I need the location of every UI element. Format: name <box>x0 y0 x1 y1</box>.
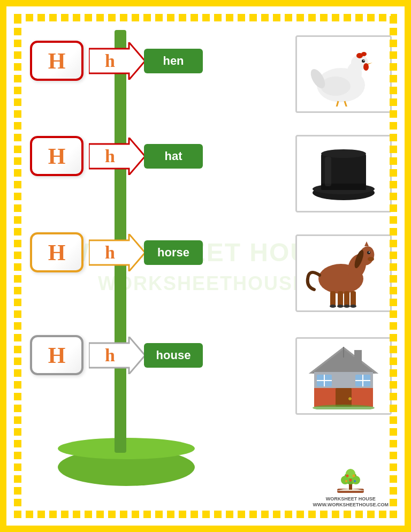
image-box-hat <box>295 135 392 212</box>
word-label-horse: horse <box>144 240 203 265</box>
svg-marker-45 <box>89 337 145 374</box>
svg-text:h: h <box>105 146 115 166</box>
svg-rect-61 <box>354 350 362 363</box>
capital-letter-horse: H <box>48 240 66 265</box>
svg-marker-27 <box>89 234 145 271</box>
svg-point-10 <box>362 59 365 63</box>
svg-point-33 <box>367 251 370 254</box>
svg-point-43 <box>344 305 350 308</box>
svg-rect-39 <box>344 291 349 306</box>
svg-point-26 <box>321 149 366 158</box>
svg-point-71 <box>353 474 355 477</box>
row-hen: H h hen <box>30 41 203 81</box>
logo-name-text: WORKSHEET HOUSE <box>326 496 376 501</box>
svg-point-34 <box>369 252 370 253</box>
arrow-hat: h <box>89 138 145 175</box>
image-box-horse <box>295 234 392 312</box>
svg-text:h: h <box>105 345 115 365</box>
svg-line-14 <box>345 101 348 107</box>
svg-rect-40 <box>351 291 356 306</box>
logo-brand-name: WORKSHEET HOUSE WWW.WORKSHEETHOUSE.COM <box>313 496 389 508</box>
svg-rect-25 <box>325 157 331 186</box>
svg-point-70 <box>346 474 349 477</box>
svg-text:h: h <box>105 242 115 262</box>
capital-letter-hat: H <box>48 143 66 169</box>
row-horse: H h horse <box>30 232 203 272</box>
word-label-house: house <box>144 343 203 368</box>
capital-h-card-hen: H <box>30 41 83 81</box>
logo-url-text: WWW.WORKSHEETHOUSE.COM <box>313 502 389 507</box>
capital-h-card-horse: H <box>30 232 83 272</box>
svg-point-3 <box>321 77 351 96</box>
page-content: WORKSHEET HOUSE WORKSHEETHOUSE. H h hen <box>14 14 397 518</box>
svg-marker-8 <box>368 63 372 65</box>
arrow-hen: h <box>89 42 145 80</box>
word-label-hen: hen <box>144 49 203 73</box>
svg-point-11 <box>363 60 364 61</box>
svg-point-72 <box>349 478 352 481</box>
horse-image <box>297 236 390 310</box>
svg-point-9 <box>363 63 369 71</box>
svg-rect-38 <box>338 291 343 306</box>
word-text-hen: hen <box>163 54 184 68</box>
svg-marker-0 <box>89 42 145 80</box>
hen-image <box>297 37 390 111</box>
row-hat: H h hat <box>30 136 203 176</box>
capital-letter-house: H <box>48 343 66 368</box>
word-text-horse: horse <box>157 246 189 260</box>
hat-image <box>297 136 390 211</box>
svg-point-32 <box>368 257 374 261</box>
svg-point-41 <box>330 305 336 308</box>
row-house: H h house <box>30 335 203 375</box>
svg-point-73 <box>345 480 347 482</box>
arrow-house: h <box>89 337 145 374</box>
svg-text:h: h <box>105 51 115 71</box>
word-label-hat: hat <box>144 144 203 169</box>
svg-marker-19 <box>89 138 145 175</box>
capital-letter-hen: H <box>48 48 66 74</box>
svg-rect-37 <box>330 291 336 306</box>
logo-area: WORKSHEET HOUSE WWW.WORKSHEETHOUSE.COM <box>313 468 389 508</box>
svg-point-42 <box>337 305 344 308</box>
base-cylinder <box>58 449 195 486</box>
svg-point-54 <box>348 397 352 400</box>
word-text-house: house <box>156 348 191 362</box>
capital-h-card-house: H <box>30 335 83 375</box>
outer-border: WORKSHEET HOUSE WORKSHEETHOUSE. H h hen <box>0 0 411 532</box>
house-image <box>297 339 390 413</box>
svg-point-7 <box>361 52 367 56</box>
svg-point-74 <box>354 480 356 482</box>
image-box-house <box>295 337 392 415</box>
word-text-hat: hat <box>165 149 182 163</box>
svg-marker-36 <box>364 241 369 246</box>
capital-h-card-hat: H <box>30 136 83 176</box>
svg-point-44 <box>350 305 356 308</box>
image-box-hen <box>295 35 392 113</box>
arrow-horse: h <box>89 234 145 271</box>
logo-tree-icon <box>334 468 367 495</box>
